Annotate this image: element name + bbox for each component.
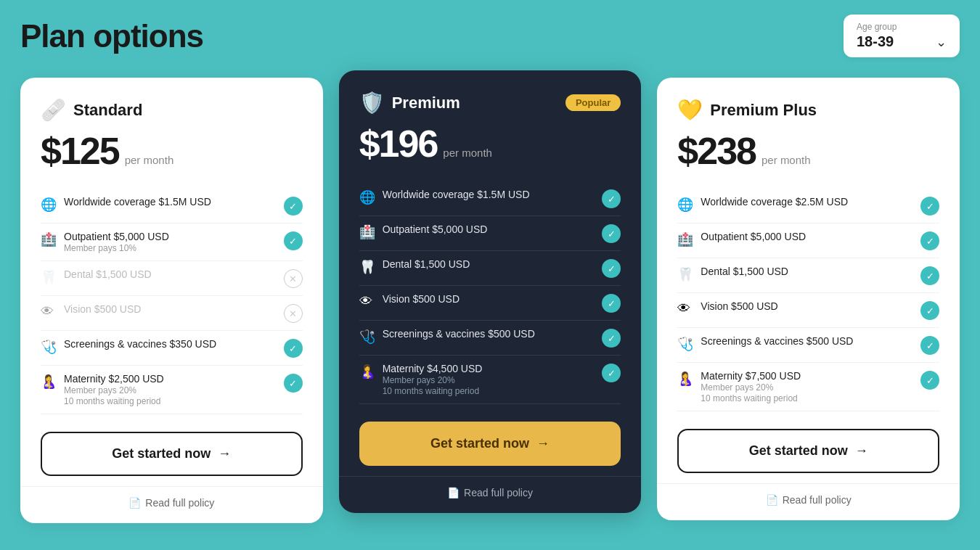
feature-type-icon: 🤱 bbox=[677, 371, 693, 387]
feature-item: 🌐Worldwide coverage $1.5M USD✓ bbox=[41, 189, 303, 223]
get-started-button-premium_plus[interactable]: Get started now → bbox=[677, 429, 939, 473]
read-policy-label: Read full policy bbox=[783, 494, 852, 506]
check-icon: ✓ bbox=[284, 339, 303, 358]
feature-name: Vision $500 USD bbox=[701, 300, 915, 312]
feature-item: 🌐Worldwide coverage $1.5M USD✓ bbox=[359, 181, 621, 216]
feature-sub: 10 months waiting period bbox=[383, 386, 597, 396]
feature-name: Maternity $7,500 USD bbox=[701, 370, 915, 382]
feature-text-block: Maternity $7,500 USDMember pays 20%10 mo… bbox=[701, 370, 915, 403]
plan-price-standard: $125 bbox=[41, 129, 119, 173]
plan-price-premium: $196 bbox=[359, 122, 438, 165]
read-policy-link-premium[interactable]: 📄Read full policy bbox=[359, 487, 621, 498]
check-icon: ✓ bbox=[920, 231, 939, 250]
feature-type-icon: 👁 bbox=[359, 294, 375, 309]
check-icon: ✓ bbox=[284, 231, 303, 250]
check-icon: ✓ bbox=[284, 197, 303, 216]
plan-per-month-premium: per month bbox=[443, 147, 492, 159]
plan-card-premium: 🛡️PremiumPopular$196per month🌐Worldwide … bbox=[339, 70, 642, 513]
feature-name: Screenings & vaccines $500 USD bbox=[701, 335, 915, 347]
feature-name: Outpatient $5,000 USD bbox=[64, 231, 278, 242]
plan-header-standard: 🩹Standard bbox=[41, 98, 303, 122]
feature-text-block: Worldwide coverage $2.5M USD bbox=[701, 196, 915, 208]
card-divider bbox=[657, 483, 960, 484]
plan-header-premium_plus: 💛Premium Plus bbox=[677, 98, 939, 122]
check-icon: ✓ bbox=[284, 374, 303, 393]
feature-name: Vision $500 USD bbox=[383, 293, 597, 305]
feature-sub: Member pays 20% bbox=[701, 382, 915, 393]
feature-item: 🤱Maternity $2,500 USDMember pays 20%10 m… bbox=[41, 366, 303, 414]
plan-name-premium_plus: Premium Plus bbox=[710, 101, 817, 120]
feature-item: 🦷Dental $1,500 USD✓ bbox=[359, 251, 621, 286]
feature-text-block: Screenings & vaccines $500 USD bbox=[383, 328, 597, 340]
get-started-button-premium[interactable]: Get started now → bbox=[359, 422, 621, 466]
feature-name: Maternity $4,500 USD bbox=[383, 363, 597, 374]
plan-name-standard: Standard bbox=[73, 101, 142, 120]
feature-text-block: Vision $500 USD bbox=[383, 293, 597, 305]
check-icon: ✓ bbox=[920, 371, 939, 390]
features-list-standard: 🌐Worldwide coverage $1.5M USD✓🏥Outpatien… bbox=[41, 189, 303, 414]
read-policy-link-standard[interactable]: 📄Read full policy bbox=[41, 497, 303, 509]
feature-text-block: Dental $1,500 USD bbox=[64, 268, 278, 280]
plan-card-standard: 🩹Standard$125per month🌐Worldwide coverag… bbox=[20, 78, 323, 523]
feature-type-icon: 🦷 bbox=[677, 266, 693, 282]
page-header: Plan options Age group 18-39 ⌄ bbox=[20, 15, 960, 57]
feature-name: Maternity $2,500 USD bbox=[64, 373, 278, 385]
get-started-button-standard[interactable]: Get started now → bbox=[41, 432, 303, 476]
check-icon: ✓ bbox=[602, 329, 621, 348]
feature-text-block: Worldwide coverage $1.5M USD bbox=[383, 189, 597, 200]
feature-item: 👁Vision $500 USD✓ bbox=[359, 286, 621, 321]
feature-item: 🏥Outpatient $5,000 USD✓ bbox=[677, 223, 939, 258]
x-icon: ✕ bbox=[284, 304, 303, 323]
features-list-premium: 🌐Worldwide coverage $1.5M USD✓🏥Outpatien… bbox=[359, 181, 621, 404]
feature-item: 🩺Screenings & vaccines $500 USD✓ bbox=[677, 328, 939, 363]
feature-type-icon: 🌐 bbox=[677, 197, 693, 213]
check-icon: ✓ bbox=[602, 224, 621, 243]
feature-sub: Member pays 10% bbox=[64, 243, 278, 253]
feature-text-block: Dental $1,500 USD bbox=[383, 258, 597, 270]
feature-item: 🩺Screenings & vaccines $350 USD✓ bbox=[41, 331, 303, 366]
x-icon: ✕ bbox=[284, 269, 303, 288]
check-icon: ✓ bbox=[602, 364, 621, 382]
feature-type-icon: 🩺 bbox=[677, 336, 693, 352]
arrow-icon: → bbox=[855, 443, 868, 459]
feature-name: Outpatient $5,000 USD bbox=[701, 231, 915, 242]
feature-item: 🦷Dental $1,500 USD✕ bbox=[41, 261, 303, 296]
feature-name: Dental $1,500 USD bbox=[701, 266, 915, 277]
feature-text-block: Screenings & vaccines $500 USD bbox=[701, 335, 915, 347]
feature-text-block: Maternity $4,500 USDMember pays 20%10 mo… bbox=[383, 363, 597, 396]
plan-icon-premium: 🛡️ bbox=[359, 91, 385, 115]
feature-type-icon: 🩺 bbox=[41, 339, 57, 355]
popular-badge: Popular bbox=[565, 94, 621, 111]
check-icon: ✓ bbox=[602, 189, 621, 208]
plans-container: 🩹Standard$125per month🌐Worldwide coverag… bbox=[20, 78, 960, 523]
feature-text-block: Outpatient $5,000 USD bbox=[701, 231, 915, 242]
feature-item: 🤱Maternity $4,500 USDMember pays 20%10 m… bbox=[359, 356, 621, 404]
plan-card-premium_plus: 💛Premium Plus$238per month🌐Worldwide cov… bbox=[657, 78, 960, 520]
feature-text-block: Vision $500 USD bbox=[64, 303, 278, 315]
feature-text-block: Outpatient $5,000 USDMember pays 10% bbox=[64, 231, 278, 253]
age-group-selector[interactable]: Age group 18-39 ⌄ bbox=[844, 15, 960, 57]
feature-text-block: Maternity $2,500 USDMember pays 20%10 mo… bbox=[64, 373, 278, 406]
check-icon: ✓ bbox=[920, 301, 939, 320]
feature-sub: Member pays 20% bbox=[64, 385, 278, 395]
feature-sub: Member pays 20% bbox=[383, 375, 597, 385]
feature-type-icon: 🌐 bbox=[359, 189, 375, 205]
plan-price-row-premium_plus: $238per month bbox=[677, 129, 939, 173]
plan-price-row-standard: $125per month bbox=[41, 129, 303, 173]
feature-text-block: Outpatient $5,000 USD bbox=[383, 223, 597, 235]
feature-item: 🌐Worldwide coverage $2.5M USD✓ bbox=[677, 189, 939, 223]
feature-name: Outpatient $5,000 USD bbox=[383, 223, 597, 235]
read-policy-link-premium_plus[interactable]: 📄Read full policy bbox=[677, 494, 939, 506]
page-title: Plan options bbox=[20, 18, 203, 54]
feature-item: 👁Vision $500 USD✓ bbox=[677, 293, 939, 328]
age-group-label: Age group bbox=[857, 22, 947, 32]
feature-sub: 10 months waiting period bbox=[64, 396, 278, 406]
feature-sub: 10 months waiting period bbox=[701, 393, 915, 403]
age-group-value: 18-39 bbox=[857, 33, 894, 50]
feature-name: Worldwide coverage $1.5M USD bbox=[383, 189, 597, 200]
document-icon: 📄 bbox=[766, 494, 778, 506]
feature-text-block: Screenings & vaccines $350 USD bbox=[64, 338, 278, 350]
plan-per-month-standard: per month bbox=[125, 154, 174, 166]
check-icon: ✓ bbox=[920, 197, 939, 216]
read-policy-label: Read full policy bbox=[145, 497, 214, 509]
